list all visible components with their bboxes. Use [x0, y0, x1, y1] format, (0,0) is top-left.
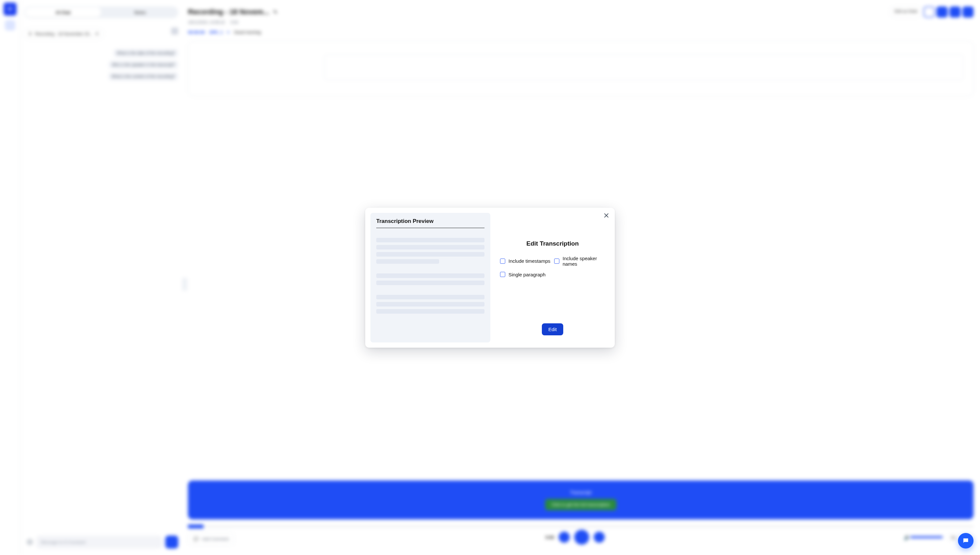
skeleton-paragraph-1 [376, 238, 484, 264]
checkbox-box [500, 258, 505, 264]
transcription-modal: Transcription Preview Edit Transcription [365, 208, 615, 348]
checkbox-box [500, 272, 505, 277]
checkbox-label: Single paragraph [508, 272, 545, 278]
checkbox-include-speaker-names[interactable]: Include speaker names [554, 256, 605, 267]
skeleton-paragraph-3 [376, 295, 484, 314]
edit-transcription-title: Edit Transcription [500, 240, 605, 247]
checkbox-single-paragraph[interactable]: Single paragraph [500, 272, 551, 278]
help-chat-fab[interactable] [958, 533, 974, 549]
close-modal-button[interactable] [603, 212, 609, 219]
checkbox-box [554, 258, 559, 264]
modal-overlay: Transcription Preview Edit Transcription [0, 0, 980, 555]
chat-bubble-icon [962, 537, 969, 544]
preview-title: Transcription Preview [376, 218, 484, 228]
edit-transcription-pane: Edit Transcription Include timestamps In… [490, 208, 615, 348]
edit-button[interactable]: Edit [542, 323, 563, 335]
close-icon [604, 213, 609, 218]
checkbox-label: Include timestamps [508, 258, 550, 264]
skeleton-paragraph-2 [376, 273, 484, 285]
transcription-options: Include timestamps Include speaker names… [500, 256, 605, 278]
checkbox-include-timestamps[interactable]: Include timestamps [500, 256, 551, 267]
checkbox-label: Include speaker names [563, 256, 605, 267]
transcription-preview-pane: Transcription Preview [371, 213, 490, 342]
